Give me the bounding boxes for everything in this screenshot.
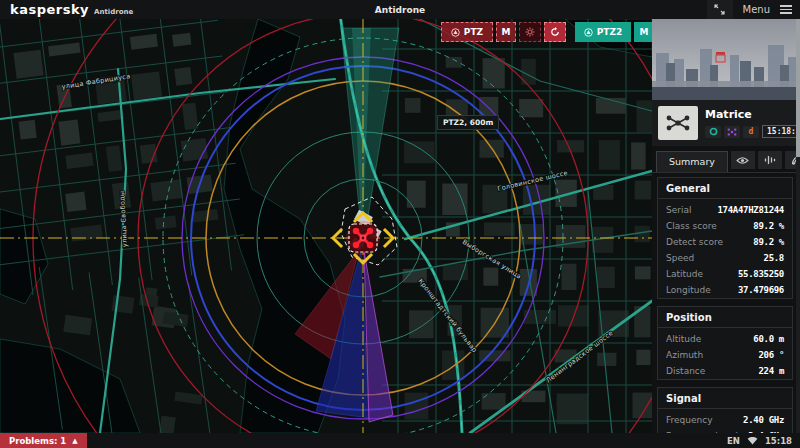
section-general: General Serial174A47HZ81244 Class score8…: [657, 177, 793, 299]
problems-button[interactable]: Problems: 1 ▲: [0, 433, 87, 448]
ptz-range-badge: PTZ2, 600m: [437, 115, 499, 130]
section-title: Position: [658, 307, 792, 328]
audio-channel-button[interactable]: [758, 151, 782, 169]
tab-summary[interactable]: Summary: [656, 151, 728, 172]
ptz-camera-icon: [451, 28, 460, 37]
menu-button[interactable]: Menu: [743, 4, 770, 15]
kaspersky-logo: kaspersky: [10, 2, 89, 17]
panel-scrollbar[interactable]: [796, 19, 800, 433]
ptz2-group: PTZ2 M: [575, 22, 652, 42]
section-position: Position Altitude60.0 m Azimuth206 ° Dis…: [657, 306, 793, 380]
fullscreen-button[interactable]: [707, 0, 733, 19]
detection-panel: Matrice d 15:18:19 Summary: [652, 19, 800, 433]
top-bar: kaspersky Antidrone Antidrone Menu: [0, 0, 800, 19]
product-name: Antidrone: [94, 8, 133, 16]
wifi-icon: [747, 437, 758, 445]
section-title: General: [658, 178, 792, 199]
reset-icon: [550, 27, 560, 37]
waveform-icon: [764, 155, 776, 165]
ptz2-manual-button[interactable]: M: [634, 22, 652, 42]
eye-icon: [736, 156, 749, 165]
summary-content[interactable]: General Serial174A47HZ81244 Class score8…: [652, 173, 796, 433]
data-row: Frequency2.40 GHz: [658, 409, 792, 428]
ptz1-button[interactable]: PTZ: [441, 22, 493, 42]
drone-type-icon: [724, 126, 740, 138]
fullscreen-icon: [714, 4, 725, 15]
scrollbar-thumb[interactable]: [796, 19, 800, 157]
ptz2-button[interactable]: PTZ2: [575, 22, 631, 42]
status-bar: Problems: 1 ▲ EN 15:18: [0, 433, 800, 448]
section-title: Signal: [658, 388, 792, 409]
ptz1-manual-button[interactable]: M: [496, 22, 516, 42]
gear-icon: [525, 27, 535, 37]
chevron-up-icon: ▲: [72, 437, 77, 445]
clock: 15:18: [765, 436, 792, 446]
data-row: Altitude60.0 m: [658, 328, 792, 347]
panel-tabs: Summary: [652, 146, 800, 173]
data-row: Detect score89.2 %: [658, 234, 792, 250]
drone-silhouette-icon: [665, 113, 691, 133]
data-row: Class score89.2 %: [658, 218, 792, 234]
ptz-camera-icon: [584, 28, 593, 37]
data-row: Distance224 m: [658, 363, 792, 379]
section-signal: Signal Frequency2.40 GHz Frequency band2…: [657, 387, 793, 433]
data-row: Serial174A47HZ81244: [658, 199, 792, 218]
data-row: Speed25.8: [658, 250, 792, 266]
ptz1-reset-button[interactable]: [544, 22, 566, 42]
skyline-image: [652, 19, 800, 100]
drone-marker[interactable]: [346, 221, 380, 255]
visual-channel-button[interactable]: [731, 151, 755, 169]
language-selector[interactable]: EN: [727, 436, 740, 446]
detection-time: 15:18:19: [762, 125, 800, 138]
data-row: Azimuth206 °: [658, 347, 792, 363]
rf-detection-icon: d: [743, 126, 759, 138]
data-row: Longitude37.479696: [658, 282, 792, 298]
data-row: Latitude55.835250: [658, 266, 792, 282]
ptz-toolbar: PTZ M PTZ2 M: [441, 22, 652, 42]
ptz1-group: PTZ M: [441, 22, 566, 42]
map-canvas[interactable]: улица Фабрициуса улица Свободы Головинск…: [0, 19, 652, 433]
antidrone-app: kaspersky Antidrone Antidrone Menu: [0, 0, 800, 448]
ptz1-settings-button[interactable]: [519, 22, 541, 42]
target-info[interactable]: Matrice d 15:18:19: [652, 100, 800, 146]
camera-snapshot[interactable]: [652, 19, 800, 100]
video-detection-icon: [705, 126, 721, 138]
drone-thumbnail: [658, 106, 698, 140]
hamburger-icon[interactable]: [780, 5, 792, 14]
target-name: Matrice: [705, 108, 800, 121]
map-view[interactable]: улица Фабрициуса улица Свободы Головинск…: [0, 19, 652, 433]
brand: kaspersky Antidrone: [0, 2, 133, 17]
